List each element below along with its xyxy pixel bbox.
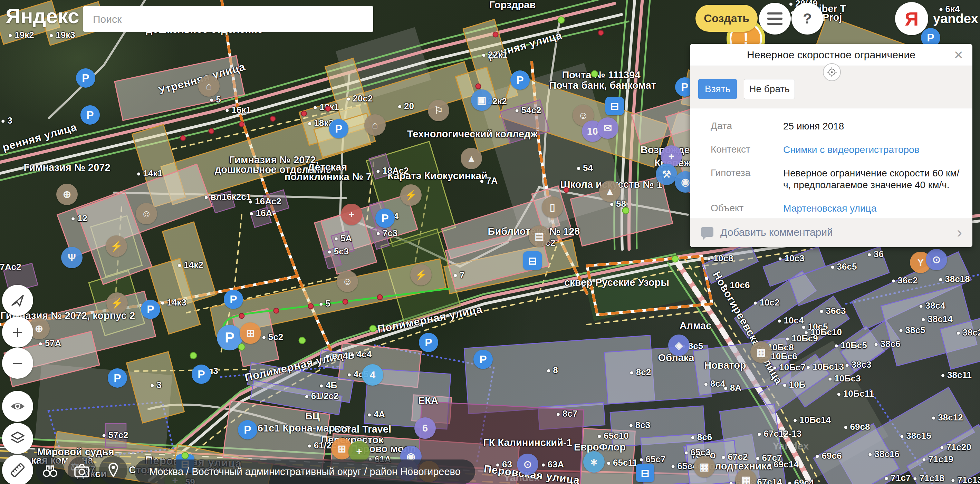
task-field-value[interactable]: Снимки с видеорегистраторов: [783, 144, 961, 156]
task-field-value[interactable]: Мартеновская улица: [783, 203, 961, 214]
map-label[interactable]: 8с6: [691, 432, 712, 443]
map-label[interactable]: 71с20: [940, 442, 971, 452]
poi-icon[interactable]: ⚡: [106, 235, 127, 257]
poi-icon[interactable]: ⊞: [240, 322, 261, 344]
map-label[interactable]: сквер Русские Узоры: [564, 277, 669, 288]
map-label[interactable]: 10Бс5: [835, 340, 867, 351]
tasks-menu-button[interactable]: [759, 3, 791, 35]
map-label[interactable]: 12: [72, 213, 88, 224]
bus-stop-icon[interactable]: ⊟: [605, 97, 624, 115]
parking-icon[interactable]: P: [375, 208, 395, 228]
map-label[interactable]: 14к3: [161, 297, 186, 308]
poi-icon[interactable]: ◈: [668, 335, 690, 356]
map-label[interactable]: 7А: [480, 175, 498, 186]
map-label[interactable]: 8с7: [557, 408, 578, 419]
map-label[interactable]: 4с4: [351, 349, 372, 360]
map-label[interactable]: Горздрав: [489, 0, 536, 11]
locate-button[interactable]: [2, 285, 33, 316]
map-label[interactable]: 16Ас2: [249, 196, 281, 207]
parking-icon[interactable]: P: [108, 368, 127, 388]
poi-icon[interactable]: ⌂: [198, 75, 220, 97]
map-label[interactable]: Yandex: [503, 472, 540, 484]
decline-button[interactable]: Не брать: [744, 79, 795, 99]
map-label[interactable]: 10Бс14: [794, 414, 831, 425]
map-label[interactable]: 8: [547, 365, 558, 376]
map-label[interactable]: 5с3: [328, 246, 349, 257]
poi-icon[interactable]: ⚒: [656, 163, 677, 185]
layers-button[interactable]: [2, 423, 33, 454]
map-label[interactable]: 7Ас2: [0, 262, 21, 272]
poi-icon[interactable]: +: [348, 441, 370, 462]
help-button[interactable]: ?: [791, 3, 823, 35]
parking-icon[interactable]: P: [80, 105, 100, 125]
map-label[interactable]: 36: [868, 249, 884, 260]
map-label[interactable]: 38с2: [957, 327, 980, 338]
map-label[interactable]: Гимназия № 2072: [24, 162, 110, 173]
map-label[interactable]: 14к1: [137, 168, 162, 179]
take-button[interactable]: Взять: [698, 79, 737, 99]
map-label[interactable]: 67с12-13: [758, 428, 802, 439]
poi-icon[interactable]: +: [341, 204, 362, 225]
map-label[interactable]: 65с11: [607, 457, 638, 468]
map-label[interactable]: 54: [577, 163, 593, 173]
ruler-button[interactable]: [2, 455, 33, 484]
poi-icon[interactable]: ⊙: [926, 249, 947, 270]
map-label[interactable]: 4Б: [320, 380, 337, 391]
poi-icon[interactable]: ⌂: [364, 114, 386, 136]
poi-icon[interactable]: 4: [362, 364, 383, 386]
poi-icon[interactable]: ▤: [529, 225, 550, 247]
map-label[interactable]: 10Бс7: [773, 362, 806, 373]
parking-icon[interactable]: P: [419, 333, 438, 352]
close-icon[interactable]: ✕: [954, 48, 964, 62]
poi-icon[interactable]: ▦: [694, 456, 715, 478]
map-label[interactable]: 18Ас2: [376, 165, 409, 176]
poi-icon[interactable]: ⚡: [107, 292, 128, 314]
poi-icon[interactable]: ⚡: [400, 184, 422, 206]
map-label[interactable]: Yandex: [772, 440, 809, 452]
map-label[interactable]: 5А: [335, 233, 352, 244]
visibility-button[interactable]: [2, 391, 33, 422]
map-label[interactable]: 65с10: [598, 430, 628, 441]
map-label[interactable]: Технологический колледж: [407, 129, 538, 140]
map-label[interactable]: 71с19: [922, 454, 953, 465]
map-label[interactable]: 10Бс3: [829, 373, 861, 384]
map-label[interactable]: Полимерная улица: [376, 303, 484, 336]
map-label[interactable]: 10Б: [783, 379, 806, 390]
map-label[interactable]: 3: [151, 380, 161, 390]
map-label[interactable]: 8А: [724, 382, 741, 393]
poi-icon[interactable]: ▣: [471, 89, 492, 111]
poi-icon[interactable]: Ψ: [61, 247, 83, 268]
map-label[interactable]: 54с2: [515, 105, 541, 116]
map-label[interactable]: 69с8: [844, 422, 870, 432]
map-label[interactable]: 38с5: [900, 325, 926, 336]
poi-icon[interactable]: ▯: [542, 197, 563, 218]
parking-icon[interactable]: P: [76, 68, 95, 88]
map-label[interactable]: вл4Б: [326, 351, 354, 361]
map-label[interactable]: ЕКА: [418, 395, 438, 406]
poi-icon[interactable]: ☺: [136, 203, 157, 224]
parking-icon[interactable]: P: [141, 300, 160, 319]
map-label[interactable]: 14к2: [178, 260, 203, 270]
map-label[interactable]: 10Бс13: [807, 362, 844, 372]
parking-icon[interactable]: P: [473, 350, 493, 369]
map-label[interactable]: 7с3: [377, 228, 398, 238]
map-label[interactable]: 38с18: [939, 274, 970, 284]
map-label[interactable]: Почта банк, банкомат: [549, 80, 656, 91]
poi-icon[interactable]: ▦: [750, 341, 772, 363]
map-label[interactable]: 19к3: [50, 30, 75, 40]
map-label[interactable]: 10Бс11: [837, 388, 874, 399]
map-label[interactable]: 10с4: [778, 315, 804, 326]
map-label[interactable]: 8с3: [630, 420, 650, 430]
map-label[interactable]: 65с7: [640, 454, 666, 465]
map-label[interactable]: 38с3: [846, 359, 872, 370]
bus-stop-icon[interactable]: ⊟: [636, 463, 654, 482]
poi-icon[interactable]: ∗: [583, 451, 605, 473]
map-label[interactable]: 4А: [368, 409, 385, 420]
map-label[interactable]: 69с14: [768, 459, 799, 470]
map-label[interactable]: Алмас: [679, 320, 712, 332]
map-label[interactable]: 8с4: [705, 378, 725, 389]
map-label[interactable]: 10с2: [754, 297, 780, 308]
map-label[interactable]: 63: [496, 459, 512, 470]
map-label[interactable]: БЦ: [305, 411, 320, 422]
parking-icon[interactable]: P: [224, 290, 243, 309]
